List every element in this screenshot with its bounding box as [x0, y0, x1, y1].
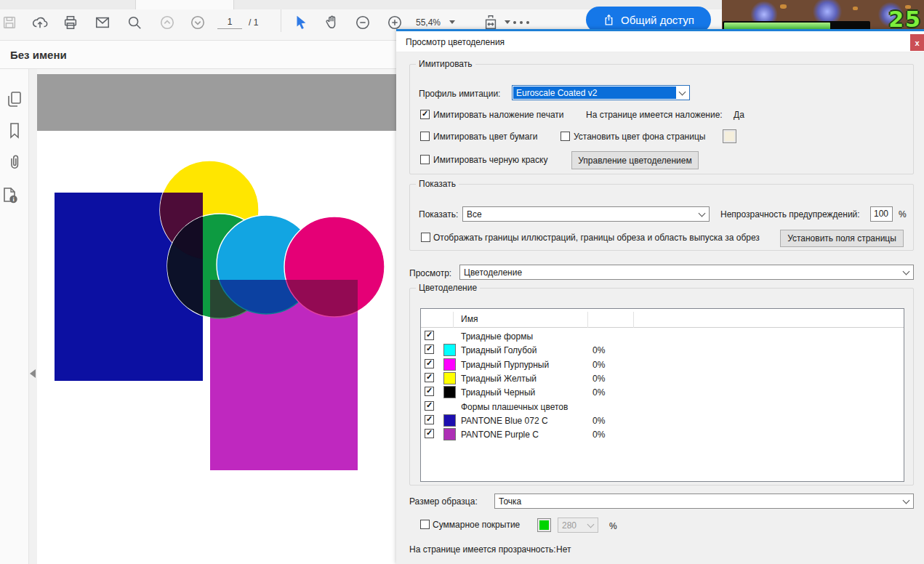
preview-combo[interactable]: Цветоделение	[459, 265, 914, 280]
show-art-trim-bleed-boxes-checkbox[interactable]	[421, 233, 430, 242]
page-has-transparency-label: На странице имеется прозрачность:	[409, 544, 556, 555]
show-value: Все	[467, 209, 482, 219]
zoom-level-value[interactable]: 55,4%	[416, 17, 441, 28]
fit-width-caret-icon[interactable]	[505, 20, 510, 24]
simulate-overprint-checkbox[interactable]	[420, 110, 430, 119]
separation-checkbox[interactable]	[425, 387, 434, 396]
separation-row[interactable]: Триадные формы	[421, 330, 904, 344]
share-button-label: Общий доступ	[621, 14, 694, 26]
separation-checkbox[interactable]	[425, 373, 434, 382]
separation-row[interactable]: Триадный Желтый 0%	[421, 372, 904, 386]
total-area-coverage-combo[interactable]: 280	[558, 517, 598, 533]
active-document-tab-strip[interactable]	[135, 0, 234, 9]
print-icon[interactable]	[62, 14, 79, 31]
separation-row[interactable]: Триадный Черный 0%	[421, 386, 904, 400]
total-area-coverage-color-value	[539, 520, 549, 530]
search-icon[interactable]	[126, 14, 143, 31]
separation-row[interactable]: Триадный Голубой 0%	[421, 344, 904, 358]
total-area-coverage-checkbox[interactable]	[420, 520, 430, 529]
background-game-window: 25	[722, 0, 924, 31]
collapse-pane-arrow-icon[interactable]	[30, 369, 36, 378]
show-art-trim-bleed-boxes-label: Отображать границы иллюстраций, границы …	[433, 233, 760, 243]
page-thumbnails-icon[interactable]	[5, 90, 24, 109]
separation-swatch	[443, 414, 456, 427]
simulate-paper-color-checkbox[interactable]	[420, 132, 430, 141]
warning-opacity-input[interactable]: 100	[870, 206, 893, 222]
separation-row[interactable]: Формы плашечных цветов	[421, 400, 904, 414]
save-icon[interactable]	[1, 14, 18, 31]
output-preview-dialog: Просмотр цветоделения x Имитировать Проф…	[396, 29, 924, 564]
show-combo[interactable]: Все	[462, 206, 710, 222]
simulation-profile-combo[interactable]: Euroscale Coated v2	[512, 85, 690, 100]
share-icon	[603, 14, 615, 26]
page-number-input[interactable]	[217, 15, 242, 29]
more-options-icon[interactable]	[513, 20, 532, 25]
separation-name: Триадный Черный	[461, 387, 535, 398]
sample-size-value: Точка	[499, 496, 521, 507]
separation-name: Триадный Пурпурный	[461, 360, 549, 370]
warning-opacity-label: Непрозрачность предупреждений:	[720, 209, 860, 219]
separation-value: 0%	[592, 387, 605, 398]
standards-icon[interactable]: i	[1, 185, 20, 204]
set-page-background-label: Установить цвет фона страницы	[574, 132, 705, 142]
ink-manager-button[interactable]: Управление цветоделением	[571, 151, 699, 169]
separation-row[interactable]: Триадный Пурпурный 0%	[421, 358, 904, 372]
dialog-titlebar[interactable]: Просмотр цветоделения x	[396, 31, 924, 52]
email-icon[interactable]	[94, 14, 111, 31]
page-background-color-swatch[interactable]	[723, 129, 736, 143]
show-group: Показать Показать: Все Непрозрачность пр…	[409, 184, 914, 251]
separations-table[interactable]: Имя Триадные формы Триадный Голубой 0%	[420, 308, 904, 482]
separation-row[interactable]: PANTONE Blue 072 C 0%	[421, 414, 904, 428]
set-page-background-checkbox[interactable]	[561, 132, 570, 141]
sidebar-gutter	[29, 69, 37, 564]
separation-checkbox[interactable]	[425, 429, 434, 438]
page-total-label: / 1	[249, 17, 258, 28]
separation-name: Триадный Голубой	[461, 345, 537, 355]
navigation-sidebar: i	[0, 69, 29, 564]
preview-label: Просмотр:	[409, 268, 451, 278]
simulate-paper-color-label: Имитировать цвет бумаги	[433, 132, 538, 142]
separation-value: 0%	[592, 416, 605, 426]
separation-name: Триадные формы	[461, 331, 533, 342]
select-tool-icon[interactable]	[292, 14, 310, 31]
page-background-color-value	[725, 132, 734, 141]
total-area-coverage-color-swatch[interactable]	[537, 518, 551, 532]
hand-tool-icon[interactable]	[323, 14, 340, 31]
simulate-black-ink-checkbox[interactable]	[420, 155, 430, 164]
upload-cloud-icon[interactable]	[31, 14, 49, 31]
zoom-out-icon[interactable]	[354, 14, 371, 31]
separation-checkbox[interactable]	[425, 345, 434, 354]
preview-value: Цветоделение	[464, 267, 522, 278]
dialog-title: Просмотр цветоделения	[406, 37, 505, 47]
show-group-label: Показать	[416, 179, 459, 189]
separations-table-header: Имя	[421, 309, 904, 328]
game-unit	[780, 4, 787, 9]
separation-checkbox[interactable]	[425, 331, 434, 340]
separation-checkbox[interactable]	[425, 359, 434, 368]
close-icon[interactable]: x	[910, 34, 924, 51]
separation-row[interactable]: PANTONE Purple C 0%	[421, 428, 904, 442]
chevron-down-icon	[903, 268, 910, 275]
next-page-icon[interactable]	[189, 14, 206, 31]
separation-checkbox[interactable]	[425, 415, 434, 424]
game-score: 25	[888, 7, 922, 31]
show-label: Показать:	[419, 209, 458, 219]
page-has-transparency-value: Нет	[556, 544, 571, 555]
separation-checkbox[interactable]	[425, 401, 434, 411]
document-title[interactable]: Без имени	[10, 49, 67, 61]
set-page-boxes-button[interactable]: Установить поля страницы	[780, 230, 904, 247]
separation-name: Формы плашечных цветов	[461, 402, 568, 412]
toolbar-divider	[281, 9, 281, 32]
previous-page-icon[interactable]	[158, 14, 176, 31]
zoom-level-caret-icon[interactable]	[449, 20, 455, 24]
attachments-icon[interactable]	[5, 153, 24, 172]
total-area-coverage-value: 280	[562, 520, 577, 531]
simulation-profile-value: Euroscale Coated v2	[516, 88, 597, 98]
warning-opacity-unit: %	[899, 209, 907, 219]
chevron-down-icon	[679, 89, 686, 96]
separation-value: 0%	[592, 430, 605, 440]
sample-size-combo[interactable]: Точка	[494, 494, 914, 509]
total-area-coverage-unit: %	[609, 521, 617, 531]
chevron-down-icon	[903, 497, 910, 504]
bookmarks-icon[interactable]	[5, 121, 24, 140]
